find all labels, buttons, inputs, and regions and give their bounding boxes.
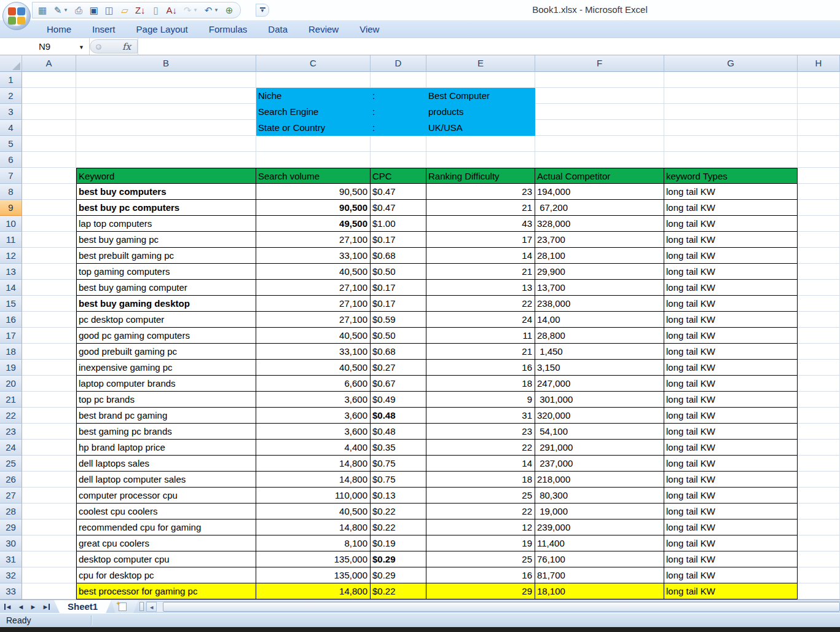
- cell-C10[interactable]: 49,500: [256, 216, 371, 232]
- cell-E28[interactable]: 22: [426, 504, 535, 519]
- cell-B20[interactable]: laptop computer brands: [76, 376, 256, 392]
- cell-A23[interactable]: [22, 424, 76, 440]
- cell-E21[interactable]: 9: [426, 392, 535, 408]
- cell-B15[interactable]: best buy gaming desktop: [76, 296, 256, 312]
- cell-E2[interactable]: Best Computer: [426, 88, 535, 104]
- row-header-11[interactable]: 11: [0, 232, 22, 248]
- hyperlink-button[interactable]: ⊕: [224, 4, 234, 17]
- cell-E11[interactable]: 17: [426, 232, 535, 248]
- cell-C24[interactable]: 4,400: [256, 440, 371, 456]
- cell-G18[interactable]: long tail KW: [664, 344, 798, 360]
- cell-B16[interactable]: pc desktop computer: [76, 312, 256, 328]
- cell-H30[interactable]: [798, 535, 840, 551]
- cell-G19[interactable]: long tail KW: [664, 360, 798, 376]
- cell-B22[interactable]: best brand pc gaming: [76, 408, 256, 424]
- cell-F27[interactable]: 80,300: [535, 488, 664, 504]
- cell-E32[interactable]: 16: [426, 567, 535, 583]
- cell-F32[interactable]: 81,700: [535, 567, 664, 583]
- new-table-button[interactable]: ▦: [37, 4, 47, 17]
- cell-A10[interactable]: [22, 216, 76, 232]
- cell-F28[interactable]: 19,000: [535, 504, 664, 519]
- cell-H28[interactable]: [798, 504, 840, 519]
- cell-F2[interactable]: [535, 88, 664, 104]
- cell-F20[interactable]: 247,000: [535, 376, 664, 392]
- cell-A13[interactable]: [22, 264, 76, 280]
- row-header-22[interactable]: 22: [0, 408, 22, 424]
- cell-C3[interactable]: Search Engine: [256, 104, 371, 120]
- cell-H7[interactable]: [798, 168, 840, 184]
- cell-B25[interactable]: dell laptops sales: [76, 456, 256, 472]
- cell-F17[interactable]: 28,800: [535, 328, 664, 344]
- cell-H9[interactable]: [798, 200, 840, 216]
- office-button[interactable]: [2, 2, 31, 30]
- cell-G31[interactable]: long tail KW: [664, 551, 798, 567]
- cell-G20[interactable]: long tail KW: [664, 376, 798, 392]
- column-header-F[interactable]: F: [535, 55, 664, 72]
- cell-H24[interactable]: [798, 440, 840, 456]
- cell-F23[interactable]: 54,100: [535, 424, 664, 440]
- cell-E29[interactable]: 12: [426, 519, 535, 535]
- cell-B31[interactable]: desktop computer cpu: [76, 551, 256, 567]
- cell-H11[interactable]: [798, 232, 840, 248]
- row-header-24[interactable]: 24: [0, 440, 22, 456]
- cell-F8[interactable]: 194,000: [535, 184, 664, 200]
- cell-C5[interactable]: [256, 136, 371, 152]
- undo-button[interactable]: ↶▼: [203, 4, 219, 17]
- cell-F1[interactable]: [535, 72, 664, 88]
- cell-G2[interactable]: [664, 88, 798, 104]
- cell-G7[interactable]: keyword Types: [664, 168, 798, 184]
- cell-D24[interactable]: $0.35: [371, 440, 426, 456]
- cell-H25[interactable]: [798, 456, 840, 472]
- cell-D30[interactable]: $0.19: [371, 535, 426, 551]
- cell-A18[interactable]: [22, 344, 76, 360]
- cell-D11[interactable]: $0.17: [371, 232, 426, 248]
- cell-H23[interactable]: [798, 424, 840, 440]
- cell-C9[interactable]: 90,500: [256, 200, 371, 216]
- cell-B11[interactable]: best buy gaming pc: [76, 232, 256, 248]
- cell-D26[interactable]: $0.75: [371, 472, 426, 488]
- cell-A15[interactable]: [22, 296, 76, 312]
- cell-E33[interactable]: 29: [426, 583, 535, 599]
- row-header-16[interactable]: 16: [0, 312, 22, 328]
- cell-B3[interactable]: [76, 104, 256, 120]
- dropdown-arrow-icon[interactable]: ▼: [63, 4, 68, 17]
- cell-B1[interactable]: [76, 72, 256, 88]
- cell-A8[interactable]: [22, 184, 76, 200]
- row-header-23[interactable]: 23: [0, 424, 22, 440]
- row-header-30[interactable]: 30: [0, 535, 22, 551]
- cell-D22[interactable]: $0.48: [371, 408, 426, 424]
- cell-A28[interactable]: [22, 504, 76, 519]
- cell-F12[interactable]: 28,100: [535, 248, 664, 264]
- cell-H19[interactable]: [798, 360, 840, 376]
- cell-E17[interactable]: 11: [426, 328, 535, 344]
- row-header-9[interactable]: 9: [0, 200, 22, 216]
- cell-G32[interactable]: long tail KW: [664, 567, 798, 583]
- cell-D15[interactable]: $0.17: [371, 296, 426, 312]
- cell-A26[interactable]: [22, 472, 76, 488]
- cell-C18[interactable]: 33,100: [256, 344, 371, 360]
- cell-C1[interactable]: [256, 72, 371, 88]
- cell-D7[interactable]: CPC: [371, 168, 426, 184]
- cell-H26[interactable]: [798, 472, 840, 488]
- cell-B23[interactable]: best gaming pc brands: [76, 424, 256, 440]
- cell-H8[interactable]: [798, 184, 840, 200]
- cell-C13[interactable]: 40,500: [256, 264, 371, 280]
- cell-G23[interactable]: long tail KW: [664, 424, 798, 440]
- cell-B19[interactable]: inexpensive gaming pc: [76, 360, 256, 376]
- tab-formulas[interactable]: Formulas: [200, 22, 256, 36]
- cell-D18[interactable]: $0.68: [371, 344, 426, 360]
- cell-G4[interactable]: [664, 120, 798, 136]
- cell-D23[interactable]: $0.48: [371, 424, 426, 440]
- cell-A27[interactable]: [22, 488, 76, 504]
- cell-G27[interactable]: long tail KW: [664, 488, 798, 504]
- tab-split-handle[interactable]: [139, 602, 144, 611]
- cell-H12[interactable]: [798, 248, 840, 264]
- cell-E6[interactable]: [426, 152, 535, 168]
- cell-H16[interactable]: [798, 312, 840, 328]
- cell-E19[interactable]: 16: [426, 360, 535, 376]
- cell-F33[interactable]: 18,100: [535, 583, 664, 599]
- cell-A32[interactable]: [22, 567, 76, 583]
- cell-F5[interactable]: [535, 136, 664, 152]
- cell-B6[interactable]: [76, 152, 256, 168]
- tab-data[interactable]: Data: [259, 22, 296, 36]
